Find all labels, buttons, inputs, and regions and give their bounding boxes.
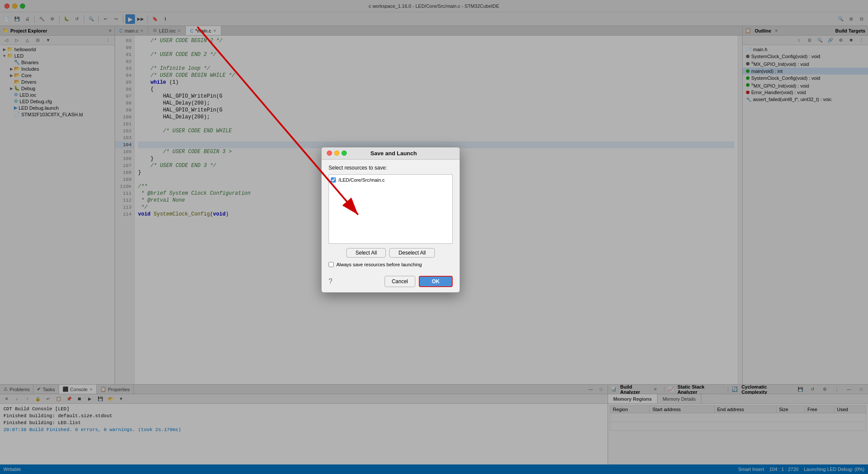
dialog-overlay: Save and Launch Select resources to save… — [0, 0, 868, 474]
cancel-btn[interactable]: Cancel — [385, 276, 415, 287]
dialog-resource-list[interactable]: /LED/Core/Src/main.c — [329, 174, 453, 244]
dialog-traffic-lights[interactable] — [327, 150, 347, 156]
dialog-action-buttons: Cancel OK — [385, 276, 453, 287]
dialog-resource-item[interactable]: /LED/Core/Src/main.c — [331, 177, 450, 183]
help-icon[interactable]: ? — [329, 278, 332, 285]
resource-checkbox[interactable] — [331, 177, 336, 183]
resource-path: /LED/Core/Src/main.c — [339, 177, 385, 183]
dialog-title: Save and Launch — [350, 150, 454, 157]
dialog-select-buttons: Select All Deselect All — [329, 248, 453, 258]
ok-btn[interactable]: OK — [419, 276, 453, 287]
save-launch-dialog: Save and Launch Select resources to save… — [321, 147, 460, 293]
dialog-title-bar: Save and Launch — [322, 147, 460, 160]
always-save-label: Always save resources before launching — [336, 262, 422, 267]
dialog-minimize-btn[interactable] — [334, 150, 339, 156]
deselect-all-btn[interactable]: Deselect All — [389, 248, 435, 258]
dialog-maximize-btn[interactable] — [342, 150, 347, 156]
select-all-btn[interactable]: Select All — [346, 248, 386, 258]
always-save-row: Always save resources before launching — [329, 262, 453, 267]
dialog-select-label: Select resources to save: — [329, 165, 453, 171]
dialog-close-btn[interactable] — [327, 150, 332, 156]
dialog-footer: ? Cancel OK — [322, 272, 460, 292]
dialog-body: Select resources to save: /LED/Core/Src/… — [322, 160, 460, 272]
always-save-checkbox[interactable] — [329, 262, 334, 267]
